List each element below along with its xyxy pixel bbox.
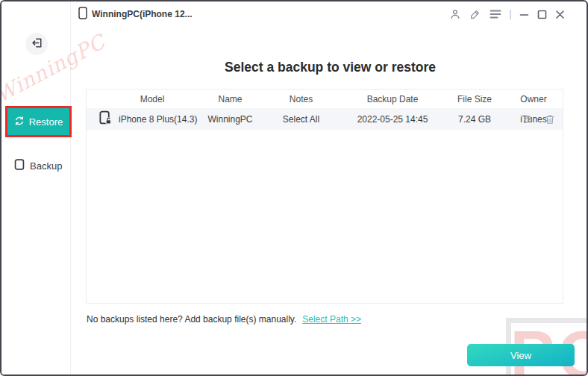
sidebar-item-restore[interactable]: Restore [7,108,69,135]
cell-model-text: iPhone 8 Plus(14.3) [119,114,197,125]
restore-highlight-annotation: Restore [5,106,72,137]
maximize-icon[interactable] [537,10,547,19]
phone-icon [78,7,87,22]
cell-backup-date: 2022-05-25 14:45 [340,114,445,125]
feedback-pencil-icon[interactable] [469,8,481,20]
titlebar-divider [510,10,511,19]
cell-notes: Select All [262,114,340,125]
close-icon[interactable] [555,10,565,19]
page-title: Select a backup to view or restore [71,60,588,75]
column-header-owner: Owner [504,94,563,104]
row-actions [522,108,555,130]
window-controls [449,8,565,20]
refresh-icon [14,116,25,128]
table-header: Model Name Notes Backup Date File Size O… [87,90,563,108]
footer-hint: No backups listed here? Add backup file(… [87,314,361,325]
trash-icon[interactable] [545,113,555,125]
cell-file-size: 7.24 GB [445,114,504,125]
backup-table: Model Name Notes Backup Date File Size O… [86,89,563,304]
cell-model: iPhone 8 Plus(14.3) [87,110,198,128]
phone-lock-icon [98,110,113,128]
cell-name: WinningPC [198,114,262,125]
column-header-model: Model [87,94,198,104]
device-name: WinningPC(iPhone 12... [92,9,193,19]
titlebar-device: WinningPC(iPhone 12... [78,7,193,22]
sidebar-item-backup[interactable]: Backup [14,158,62,173]
menu-icon[interactable] [490,9,501,19]
column-header-file-size: File Size [445,94,504,104]
sidebar: Restore Backup [1,1,71,375]
app-window: Restore Backup WinningPC(iPhone 12... [0,0,588,376]
exit-icon [31,37,43,51]
select-path-link[interactable]: Select Path >> [302,314,361,325]
sidebar-item-label: Restore [29,116,63,128]
view-button[interactable]: View [467,344,575,366]
column-header-name: Name [198,94,262,104]
column-header-notes: Notes [262,94,340,104]
table-row[interactable]: iPhone 8 Plus(14.3) WinningPC Select All… [87,108,563,130]
minimize-icon[interactable] [519,10,529,19]
hint-text: No backups listed here? Add backup file(… [87,314,296,325]
edit-pencil-icon[interactable] [522,113,534,125]
column-header-backup-date: Backup Date [340,94,445,104]
phone-icon [14,159,25,172]
account-icon[interactable] [449,8,461,20]
back-button[interactable] [25,33,48,55]
sidebar-item-label: Backup [30,160,62,172]
